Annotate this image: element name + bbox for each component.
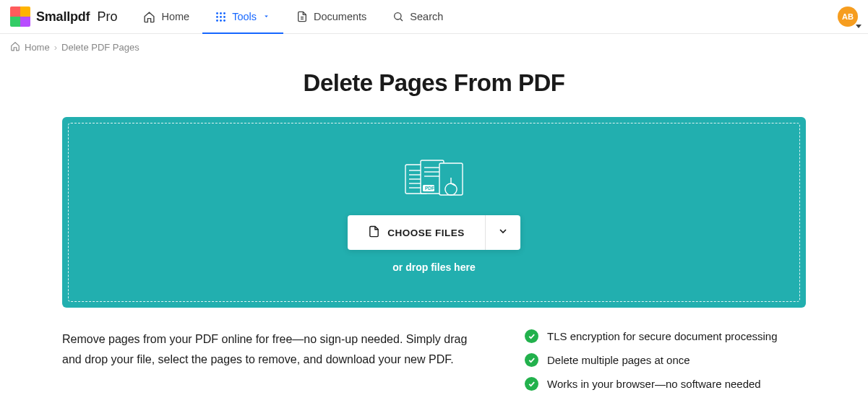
nav-home-label: Home — [161, 11, 189, 22]
feature-item: Delete multiple pages at once — [525, 353, 778, 367]
features-list: TLS encryption for secure document proce… — [525, 329, 778, 391]
svg-text:PDF: PDF — [425, 186, 434, 191]
logo-name: Smallpdf — [36, 9, 90, 25]
logo-icon — [10, 6, 30, 27]
home-icon — [10, 41, 20, 53]
nav-home[interactable]: Home — [130, 0, 202, 33]
below-dropzone: Remove pages from your PDF online for fr… — [62, 329, 806, 391]
check-icon — [525, 329, 538, 343]
chevron-down-icon — [262, 11, 270, 22]
chevron-down-icon — [497, 225, 509, 240]
svg-point-2 — [223, 12, 225, 14]
check-icon — [525, 377, 538, 391]
check-icon — [525, 353, 538, 367]
dropzone[interactable]: PDF CHOOSE FILES or drop — [62, 117, 806, 308]
dropzone-inner: PDF CHOOSE FILES or drop — [68, 123, 800, 302]
avatar-initials: AB — [842, 12, 854, 21]
nav-search-label: Search — [410, 11, 443, 22]
svg-point-7 — [220, 20, 222, 22]
files-icon: PDF — [403, 157, 465, 204]
top-header: Smallpdf Pro Home Tools Documents — [0, 0, 868, 34]
svg-point-3 — [216, 16, 218, 18]
drop-hint: or drop files here — [392, 261, 475, 273]
page-title: Delete Pages From PDF — [62, 69, 806, 97]
nav-documents-label: Documents — [314, 11, 366, 22]
description-text: Remove pages from your PDF online for fr… — [62, 329, 481, 391]
svg-point-1 — [220, 12, 222, 14]
logo[interactable]: Smallpdf Pro — [10, 6, 117, 27]
home-icon — [143, 11, 155, 23]
svg-point-0 — [216, 12, 218, 14]
svg-line-12 — [400, 19, 403, 21]
grid-icon — [215, 12, 226, 22]
feature-item: Works in your browser—no software needed — [525, 377, 778, 391]
choose-files-label: CHOOSE FILES — [387, 228, 465, 238]
svg-point-6 — [216, 20, 218, 22]
svg-point-5 — [223, 16, 225, 18]
document-icon — [296, 11, 308, 22]
search-icon — [392, 11, 404, 22]
choose-files-group: CHOOSE FILES — [348, 215, 520, 250]
nav-tools-label: Tools — [232, 11, 257, 22]
nav-search[interactable]: Search — [379, 0, 456, 33]
logo-tier: Pro — [97, 9, 117, 25]
main-content: Delete Pages From PDF PDF — [0, 58, 868, 391]
nav-documents[interactable]: Documents — [283, 0, 379, 33]
breadcrumb: Home › Delete PDF Pages — [0, 34, 868, 58]
avatar[interactable]: AB — [838, 6, 858, 27]
chevron-down-icon — [856, 25, 861, 28]
svg-point-8 — [223, 20, 225, 22]
feature-item: TLS encryption for secure document proce… — [525, 329, 778, 343]
feature-text: TLS encryption for secure document proce… — [547, 330, 778, 342]
breadcrumb-home[interactable]: Home — [25, 42, 50, 53]
breadcrumb-separator: › — [54, 42, 57, 53]
feature-text: Delete multiple pages at once — [547, 354, 690, 366]
breadcrumb-current: Delete PDF Pages — [61, 42, 139, 53]
main-nav: Home Tools Documents Search — [130, 0, 456, 33]
file-icon — [368, 225, 380, 240]
choose-files-button[interactable]: CHOOSE FILES — [348, 215, 486, 250]
choose-files-dropdown[interactable] — [486, 215, 520, 250]
nav-tools[interactable]: Tools — [202, 0, 283, 33]
svg-point-11 — [395, 13, 401, 20]
feature-text: Works in your browser—no software needed — [547, 378, 761, 390]
svg-point-4 — [220, 16, 222, 18]
